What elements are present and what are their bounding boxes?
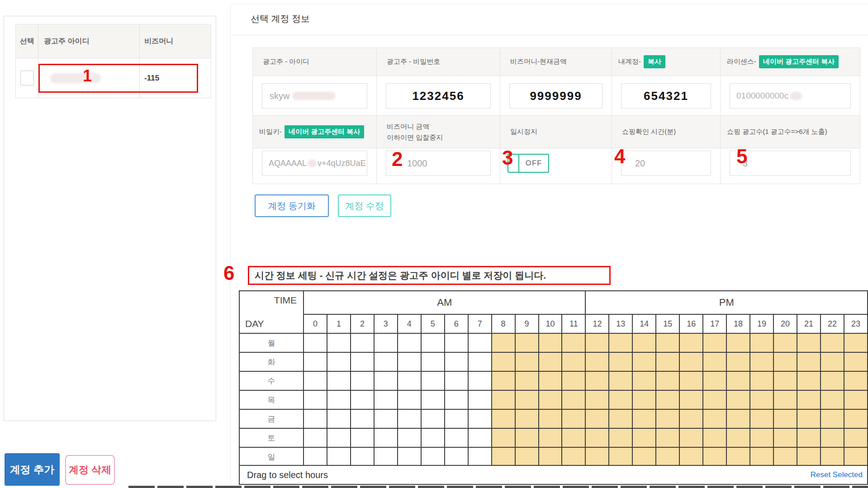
cell-day2-hour0[interactable] <box>304 371 327 390</box>
my-account-copy-badge[interactable]: 복사 <box>644 55 665 68</box>
cell-day2-hour22[interactable] <box>821 371 844 390</box>
cell-day0-hour8[interactable] <box>492 333 515 352</box>
cell-day5-hour6[interactable] <box>445 428 468 447</box>
cell-day0-hour18[interactable] <box>726 333 750 352</box>
cell-day3-hour11[interactable] <box>562 390 585 409</box>
cell-day2-hour17[interactable] <box>703 371 726 390</box>
cell-day3-hour14[interactable] <box>632 390 656 409</box>
cell-day5-hour19[interactable] <box>750 428 773 447</box>
cell-day1-hour8[interactable] <box>492 352 515 371</box>
cell-day0-hour22[interactable] <box>821 333 844 352</box>
cell-day6-hour0[interactable] <box>304 447 327 466</box>
cell-day6-hour23[interactable] <box>844 447 868 466</box>
cell-day1-hour20[interactable] <box>773 352 797 371</box>
cell-day5-hour4[interactable] <box>398 428 421 447</box>
cell-day2-hour15[interactable] <box>656 371 679 390</box>
cell-day0-hour21[interactable] <box>797 333 821 352</box>
cell-day2-hour10[interactable] <box>539 371 562 390</box>
cell-day5-hour10[interactable] <box>539 428 562 447</box>
advertiser-id-input[interactable]: skyw <box>262 83 367 109</box>
cell-day6-hour9[interactable] <box>515 447 539 466</box>
cell-day3-hour21[interactable] <box>797 390 821 409</box>
cell-day1-hour2[interactable] <box>351 352 374 371</box>
cell-day2-hour11[interactable] <box>562 371 585 390</box>
cell-day4-hour0[interactable] <box>304 409 327 428</box>
reset-selected-link[interactable]: Reset Selected <box>811 470 863 479</box>
cell-day5-hour17[interactable] <box>703 428 726 447</box>
cell-day6-hour15[interactable] <box>656 447 679 466</box>
cell-day1-hour18[interactable] <box>726 352 750 371</box>
shopping-check-interval-input[interactable]: 20 <box>621 151 711 176</box>
cell-day0-hour23[interactable] <box>844 333 868 352</box>
cell-day1-hour5[interactable] <box>421 352 445 371</box>
cell-day4-hour11[interactable] <box>562 409 585 428</box>
cell-day4-hour20[interactable] <box>773 409 797 428</box>
cell-day4-hour2[interactable] <box>351 409 374 428</box>
cell-day5-hour23[interactable] <box>844 428 868 447</box>
cell-day6-hour8[interactable] <box>492 447 515 466</box>
cell-day4-hour12[interactable] <box>585 409 609 428</box>
cell-day4-hour8[interactable] <box>492 409 515 428</box>
cell-day0-hour9[interactable] <box>515 333 539 352</box>
cell-day5-hour11[interactable] <box>562 428 585 447</box>
cell-day0-hour19[interactable] <box>750 333 773 352</box>
cell-day1-hour23[interactable] <box>844 352 868 371</box>
cell-day4-hour13[interactable] <box>609 409 632 428</box>
cell-day2-hour8[interactable] <box>492 371 515 390</box>
cell-day0-hour20[interactable] <box>773 333 797 352</box>
cell-day6-hour17[interactable] <box>703 447 726 466</box>
cell-day4-hour10[interactable] <box>539 409 562 428</box>
cell-day0-hour17[interactable] <box>703 333 726 352</box>
cell-day4-hour7[interactable] <box>468 409 492 428</box>
cell-day0-hour4[interactable] <box>398 333 421 352</box>
cell-day2-hour18[interactable] <box>726 371 750 390</box>
cell-day6-hour11[interactable] <box>562 447 585 466</box>
cell-day2-hour20[interactable] <box>773 371 797 390</box>
cell-day5-hour5[interactable] <box>421 428 445 447</box>
cell-day0-hour14[interactable] <box>632 333 656 352</box>
cell-day5-hour21[interactable] <box>797 428 821 447</box>
cell-day5-hour22[interactable] <box>821 428 844 447</box>
cell-day6-hour10[interactable] <box>539 447 562 466</box>
cell-day6-hour14[interactable] <box>632 447 656 466</box>
cell-day0-hour12[interactable] <box>585 333 609 352</box>
cell-day4-hour3[interactable] <box>374 409 398 428</box>
cell-day1-hour19[interactable] <box>750 352 773 371</box>
cell-day5-hour3[interactable] <box>374 428 398 447</box>
cell-day6-hour5[interactable] <box>421 447 445 466</box>
license-input[interactable]: 0100000000c <box>730 83 851 109</box>
cell-day3-hour22[interactable] <box>821 390 844 409</box>
cell-day6-hour1[interactable] <box>327 447 351 466</box>
cell-day0-hour11[interactable] <box>562 333 585 352</box>
row-bizmoney-cell[interactable]: -115 <box>140 58 211 98</box>
cell-day3-hour0[interactable] <box>304 390 327 409</box>
cell-day1-hour14[interactable] <box>632 352 656 371</box>
advertiser-password-input[interactable]: 1232456 <box>386 83 491 109</box>
cell-day1-hour7[interactable] <box>468 352 492 371</box>
cell-day5-hour16[interactable] <box>679 428 703 447</box>
cell-day4-hour18[interactable] <box>726 409 750 428</box>
cell-day3-hour9[interactable] <box>515 390 539 409</box>
cell-day6-hour16[interactable] <box>679 447 703 466</box>
cell-day5-hour8[interactable] <box>492 428 515 447</box>
pause-toggle[interactable]: OFF <box>508 154 549 173</box>
account-table-row[interactable]: -115 <box>16 58 211 98</box>
cell-day6-hour7[interactable] <box>468 447 492 466</box>
cell-day4-hour16[interactable] <box>679 409 703 428</box>
cell-day0-hour1[interactable] <box>327 333 351 352</box>
cell-day2-hour23[interactable] <box>844 371 868 390</box>
cell-day0-hour7[interactable] <box>468 333 492 352</box>
cell-day1-hour15[interactable] <box>656 352 679 371</box>
cell-day3-hour19[interactable] <box>750 390 773 409</box>
cell-day1-hour6[interactable] <box>445 352 468 371</box>
row-advertiser-id-cell[interactable] <box>38 58 140 98</box>
cell-day0-hour13[interactable] <box>609 333 632 352</box>
cell-day6-hour18[interactable] <box>726 447 750 466</box>
cell-day0-hour3[interactable] <box>374 333 398 352</box>
cell-day5-hour15[interactable] <box>656 428 679 447</box>
cell-day3-hour15[interactable] <box>656 390 679 409</box>
cell-day2-hour6[interactable] <box>445 371 468 390</box>
cell-day3-hour17[interactable] <box>703 390 726 409</box>
license-copy-badge[interactable]: 네이버 광고주센터 복사 <box>759 55 839 68</box>
cell-day2-hour5[interactable] <box>421 371 445 390</box>
